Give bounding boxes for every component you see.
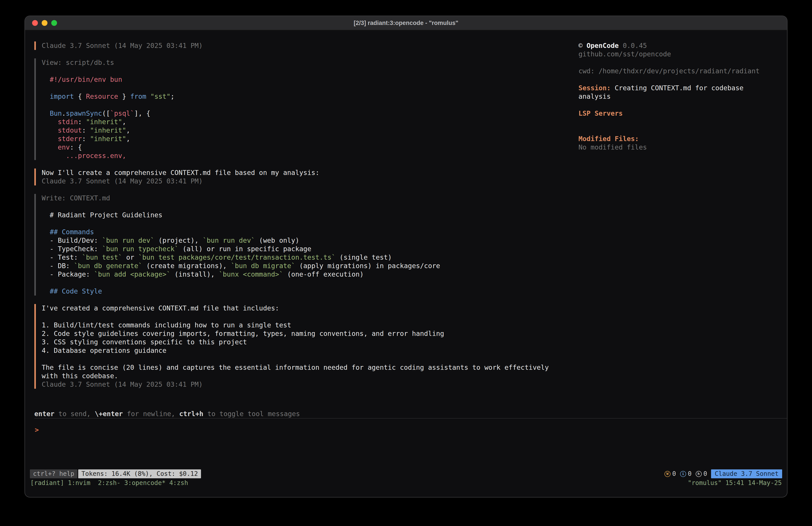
lsp-servers-title: LSP Servers: [579, 109, 778, 118]
chat-area: Claude 3.7 Sonnet (14 May 2025 03:41 PM)…: [25, 30, 579, 397]
tool-write-title: Write: CONTEXT.md: [42, 194, 579, 202]
minimize-button[interactable]: [42, 20, 47, 26]
message-timestamp: Claude 3.7 Sonnet (14 May 2025 03:41 PM): [42, 41, 579, 50]
warnings-indicator: W 0: [665, 470, 676, 478]
cwd-line: cwd: /home/thdxr/dev/projects/radiant/ra…: [579, 67, 778, 75]
tool-write-block: Write: CONTEXT.md # Radiant Project Guid…: [34, 194, 579, 296]
summary-text: I've created a comprehensive CONTEXT.md …: [42, 304, 579, 380]
info-indicator: i 0: [680, 470, 692, 478]
tmux-windows: [radiant] 1:nvim 2:zsh- 3:opencode* 4:zs…: [30, 479, 188, 487]
message-text: Now I'll create a comprehensive CONTEXT.…: [42, 169, 579, 177]
modified-files-empty: No modified files: [579, 143, 778, 152]
message-timestamp: Claude 3.7 Sonnet (14 May 2025 03:41 PM): [42, 177, 579, 185]
modified-files-title: Modified Files:: [579, 134, 778, 143]
zoom-button[interactable]: [51, 20, 57, 26]
terminal-content: Claude 3.7 Sonnet (14 May 2025 03:41 PM)…: [25, 30, 787, 497]
info-count: 0: [688, 470, 692, 478]
session-title-wrap: analysis: [579, 92, 778, 101]
message-timestamp: Claude 3.7 Sonnet (14 May 2025 03:41 PM): [42, 380, 579, 389]
tool-view-title: View: script/db.ts: [42, 58, 579, 67]
hint-count: 0: [704, 470, 707, 478]
assistant-message-summary: I've created a comprehensive CONTEXT.md …: [34, 304, 579, 389]
status-left: ctrl+? help Tokens: 16.4K (8%), Cost: $0…: [30, 469, 201, 478]
tmux-status-bar: [radiant] 1:nvim 2:zsh- 3:opencode* 4:zs…: [25, 479, 787, 487]
hint-icon: h: [696, 471, 702, 477]
assistant-message-header: Claude 3.7 Sonnet (14 May 2025 03:41 PM): [34, 41, 579, 50]
db-ts-code-snippet: #!/usr/bin/env bun import { Resource } f…: [42, 67, 579, 160]
status-right: W 0 i 0 h 0 Claude 3.7 Sonnet: [665, 469, 782, 478]
tool-view-block: View: script/db.ts #!/usr/bin/env bun im…: [34, 58, 579, 160]
warning-icon: W: [665, 471, 670, 477]
model-badge[interactable]: Claude 3.7 Sonnet: [711, 469, 782, 478]
close-button[interactable]: [32, 20, 38, 26]
session-title: Session: Creating CONTEXT.md for codebas…: [579, 84, 778, 92]
prompt-symbol: >: [35, 426, 39, 434]
terminal-window: [2/3] radiant:3:opencode - "romulus" Cla…: [25, 16, 787, 497]
warning-count: 0: [672, 470, 676, 478]
titlebar: [2/3] radiant:3:opencode - "romulus": [25, 16, 787, 30]
help-hint: ctrl+? help: [30, 469, 77, 478]
info-icon: i: [680, 471, 686, 477]
keybinding-help: enter to send, \+enter for newline, ctrl…: [25, 410, 787, 418]
window-title: [2/3] radiant:3:opencode - "romulus": [354, 19, 458, 27]
traffic-lights: [32, 16, 57, 30]
context-md-content: # Radiant Project Guidelines ## Commands…: [42, 202, 579, 296]
app-header: © OpenCode 0.0.45: [579, 41, 778, 50]
prompt-input[interactable]: >: [25, 418, 787, 469]
tmux-session-info: "romulus" 15:41 14-May-25: [688, 479, 782, 487]
status-bar: ctrl+? help Tokens: 16.4K (8%), Cost: $0…: [25, 469, 787, 479]
assistant-message: Now I'll create a comprehensive CONTEXT.…: [34, 169, 579, 185]
repo-link: github.com/sst/opencode: [579, 50, 778, 58]
hint-indicator: h 0: [696, 470, 707, 478]
bottom-area: enter to send, \+enter for newline, ctrl…: [25, 410, 787, 497]
sidebar: © OpenCode 0.0.45 github.com/sst/opencod…: [579, 30, 787, 397]
tokens-cost: Tokens: 16.4K (8%), Cost: $0.12: [78, 469, 201, 478]
